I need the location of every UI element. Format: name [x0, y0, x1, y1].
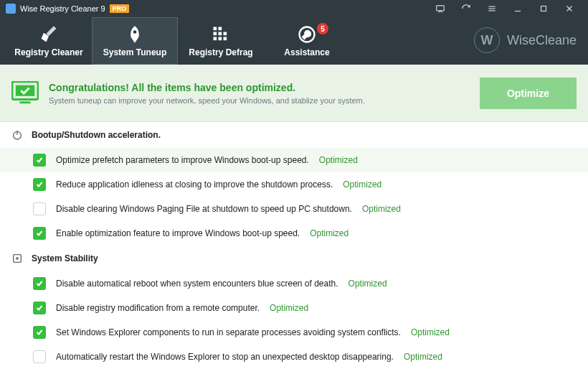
- monitor-check-icon: [11, 81, 39, 106]
- maximize-button[interactable]: [531, 0, 556, 17]
- item-text: Enable optimization feature to improve W…: [56, 228, 300, 238]
- item-status: Optimized: [270, 303, 308, 313]
- list-item[interactable]: Set Windows Explorer components to run i…: [0, 320, 588, 345]
- brush-icon: [39, 24, 59, 45]
- checkbox-unchecked[interactable]: [33, 350, 46, 363]
- power-icon: [11, 129, 23, 141]
- item-text: Disable automatical reboot when system e…: [56, 279, 338, 289]
- item-text: Disable registry modification from a rem…: [56, 303, 260, 313]
- section-title: Bootup/Shutdown acceleration.: [32, 130, 161, 140]
- svg-rect-15: [219, 37, 222, 41]
- tuneup-list[interactable]: Bootup/Shutdown acceleration. Optimize p…: [0, 122, 588, 369]
- brand-logo: W WiseCleane: [474, 27, 577, 53]
- banner-title: Congratulations! All the items have been…: [49, 82, 480, 93]
- tab-registry-defrag[interactable]: Registry Defrag: [178, 17, 264, 65]
- section-stability[interactable]: System Stability: [0, 246, 588, 271]
- checkbox-checked[interactable]: [33, 326, 46, 339]
- item-status: Optimized: [343, 179, 381, 190]
- svg-rect-12: [219, 32, 222, 36]
- item-status: Optimized: [348, 279, 387, 289]
- app-icon: [6, 4, 16, 14]
- list-item[interactable]: Disable registry modification from a rem…: [0, 296, 588, 320]
- wrench-icon: [297, 24, 317, 45]
- list-item[interactable]: Automatically restart the Windows Explor…: [0, 345, 588, 369]
- list-item[interactable]: Disable automatical reboot when system e…: [0, 271, 588, 296]
- checkbox-checked[interactable]: [33, 154, 46, 167]
- checkbox-checked[interactable]: [33, 227, 46, 240]
- item-status: Optimized: [319, 155, 358, 165]
- item-text: Reduce application idleness at closing t…: [56, 179, 333, 190]
- svg-rect-10: [219, 27, 222, 31]
- tab-registry-cleaner[interactable]: Registry Cleaner: [6, 17, 92, 65]
- section-bootup[interactable]: Bootup/Shutdown acceleration.: [0, 122, 588, 148]
- svg-rect-0: [437, 6, 445, 11]
- optimize-button[interactable]: Optimize: [480, 78, 577, 109]
- close-button[interactable]: [556, 0, 582, 17]
- item-text: Optimize prefetch parameters to improve …: [56, 155, 309, 165]
- tab-label: Registry Cleaner: [14, 47, 82, 57]
- list-item[interactable]: Disable clearing Windows Paging File at …: [0, 197, 588, 221]
- svg-rect-14: [214, 37, 217, 41]
- rocket-icon: [125, 24, 145, 45]
- stability-icon: [11, 253, 23, 264]
- item-text: Set Windows Explorer components to run i…: [56, 327, 401, 337]
- tab-label: System Tuneup: [103, 47, 166, 57]
- refresh-icon[interactable]: [453, 0, 479, 17]
- tab-label: Registry Defrag: [189, 47, 252, 57]
- checkbox-checked[interactable]: [33, 178, 46, 191]
- svg-rect-16: [224, 37, 227, 41]
- item-status: Optimized: [411, 327, 450, 337]
- tab-assistance[interactable]: 5 Assistance: [264, 17, 350, 65]
- minimize-button[interactable]: [505, 0, 531, 17]
- brand-w-icon: W: [474, 27, 500, 53]
- tab-label: Assistance: [284, 47, 329, 57]
- checkbox-unchecked[interactable]: [33, 202, 46, 215]
- list-item[interactable]: Enable optimization feature to improve W…: [0, 221, 588, 246]
- item-status: Optimized: [362, 204, 401, 214]
- item-status: Optimized: [310, 228, 348, 238]
- svg-rect-11: [214, 32, 217, 36]
- item-status: Optimized: [404, 352, 442, 362]
- checkbox-checked[interactable]: [33, 277, 46, 290]
- svg-rect-9: [214, 27, 217, 31]
- notification-badge: 5: [317, 23, 328, 34]
- pro-badge: PRO: [110, 4, 130, 13]
- item-text: Disable clearing Windows Paging File at …: [56, 204, 352, 214]
- banner-subtitle: System tuneup can improve your network, …: [49, 96, 480, 105]
- svg-point-8: [133, 30, 137, 34]
- svg-rect-20: [19, 101, 30, 103]
- list-item[interactable]: Optimize prefetch parameters to improve …: [0, 148, 588, 172]
- section-title: System Stability: [32, 253, 98, 263]
- svg-rect-5: [541, 6, 546, 11]
- titlebar: Wise Registry Cleaner 9 PRO: [0, 0, 588, 17]
- tab-system-tuneup[interactable]: System Tuneup: [92, 17, 178, 65]
- svg-rect-13: [224, 32, 227, 36]
- menu-icon[interactable]: [479, 0, 505, 17]
- defrag-icon: [211, 24, 231, 45]
- list-item[interactable]: Reduce application idleness at closing t…: [0, 172, 588, 197]
- brand-text: WiseCleane: [507, 33, 577, 48]
- checkbox-checked[interactable]: [33, 302, 46, 314]
- main-toolbar: Registry Cleaner System Tuneup Registry …: [0, 17, 588, 65]
- item-text: Automatically restart the Windows Explor…: [56, 352, 394, 362]
- app-title: Wise Registry Cleaner 9: [20, 4, 105, 13]
- status-banner: Congratulations! All the items have been…: [0, 65, 588, 122]
- feedback-icon[interactable]: [427, 0, 453, 17]
